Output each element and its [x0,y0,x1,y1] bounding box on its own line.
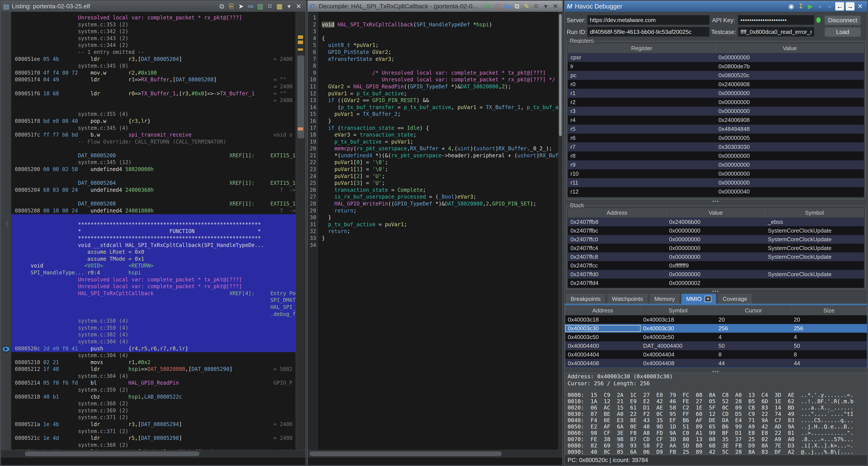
decompile-line[interactable]: GVar2 = HAL_GPIO_ReadPin((GPIO_TypeDef *… [318,84,558,90]
listing-line[interactable]: = 2400 [11,84,296,90]
step-icon[interactable]: ↧ [796,2,806,11]
listing-line[interactable]: Unresolved local var: complete_packet * … [11,276,296,284]
copy-icon[interactable]: ⧉ [512,2,522,11]
listing-line[interactable] [11,104,296,111]
decompile-line[interactable]: *(undefined4 *)(&(rx_pkt_userspace->head… [318,152,558,159]
table-row[interactable]: 0x2407ffc00x00000000SystemCoreClockUpdat… [568,235,864,244]
listing-line[interactable]: system.c:368 (2) [11,442,296,449]
listing-line[interactable]: 08005208 00 18 00 24 undefined4 24001800… [11,207,296,214]
table-row[interactable]: 0x40003c180x40003c182020 [565,315,867,324]
listing-titlebar[interactable]: ▤ Listing: portenta-02-03-25.elf ⧉⎘➤≔▥⌑▦… [1,1,306,12]
listing-line[interactable]: system.c:353 (2) [11,21,296,28]
decompile-line[interactable]: puVar1[1] = '\0'; [318,166,558,173]
listing-line[interactable]: Unresolved local var: complete_packet * … [11,14,296,21]
table-row[interactable]: r80x00000000 [568,152,864,160]
listing-line[interactable] [11,145,296,152]
decompile-titlebar[interactable]: Cf Decompile: HAL_SPI_TxRxCpltCallback -… [308,1,562,12]
tab-breakpoints[interactable]: Breakpoints [565,293,606,304]
decompile-line[interactable]: puVar1 = TX_Buffer_2; [318,111,558,118]
table-row[interactable]: 0x2407ffbc0x00000000SystemCoreClockUpdat… [568,226,864,235]
column-header-address[interactable]: Address [568,208,666,218]
scrollbar-thumb[interactable] [310,452,502,456]
decompile-line[interactable]: p_tx_buf_active = puVar1; [318,221,558,228]
decompile-line[interactable]: } [318,118,558,125]
dropdown-icon[interactable]: ▾ [284,2,294,11]
table-row[interactable]: r70x30303030 [568,142,864,152]
listing-line[interactable]: * FUNCTION * [11,228,296,235]
listing-line[interactable]: 080051ee 05 4b ldr r3,[DAT_08005204] = 2… [11,56,296,63]
decompile-line[interactable]: puVar1[3] = 'U'; [318,180,558,187]
listing-line[interactable]: -- Flow Override: CALL_RETURN (CALL_TERM… [11,138,296,145]
run-icon[interactable]: ▶ [806,2,815,11]
fast-forward-icon[interactable]: » [825,2,834,11]
table-row[interactable]: r40x24006908 [568,115,864,125]
close-icon[interactable]: ✕ [855,2,865,11]
step-back-icon[interactable]: ← [835,2,844,10]
scrollbar-thumb[interactable] [297,56,304,138]
listing-line[interactable]: system.c:345 (8) [11,63,296,70]
table-row[interactable]: r20x00000000 [568,98,864,107]
listing-line[interactable]: system.c:368 (2) [11,400,296,407]
decompile-line[interactable]: if (transaction_state == Idle) { [318,125,558,132]
listing-line[interactable]: system.c:304 (4) [11,373,296,380]
table-row[interactable]: 0x40003c500x40003c5044 [565,333,867,341]
column-header-register[interactable]: Register [568,43,716,53]
listing-line[interactable]: assume TMode = 0x1 [11,256,296,263]
decompile-line[interactable]: transaction_state = Complete; [318,187,558,194]
decompile-horizontal-scrollbar[interactable] [308,450,562,458]
listing-line[interactable]: 080051f0 4f f4 80 72 mov.w r2,#0x100 [11,70,296,76]
step-forward-icon[interactable]: → [846,2,855,10]
table-row[interactable]: r30x00000000 [568,107,864,115]
memory-map-icon[interactable]: ▦ [275,2,284,11]
listing-line[interactable]: DAT_08005200 XREF[1]: EXTI15_10_ [11,152,296,159]
listing-line[interactable]: DAT_08005208 XREF[1]: EXTI15_10_ [11,200,296,207]
graph-icon[interactable]: ◫ [493,2,502,11]
listing-line[interactable]: assume LRset = 0x0 [11,249,296,256]
api-key-input[interactable] [738,15,814,25]
table-row[interactable]: r50x48494848 [568,125,864,134]
decompile-line[interactable]: void HAL_SPI_TxRxCpltCallback(SPI_Handle… [318,21,558,28]
table-row[interactable]: 0x40004400DAT_400044005050 [565,341,867,350]
listing-line[interactable]: 08005200 00 00 02 58 undefined4 58020000… [11,166,296,173]
refresh-icon[interactable]: ⟳ [483,2,493,11]
table-row[interactable]: r110x00000000 [568,178,864,187]
close-icon[interactable]: ✕ [294,2,304,11]
table-row[interactable]: 0x40003c300x40003c30256256 [565,324,867,333]
tab-mmio[interactable]: MMIO✕ [681,293,716,304]
column-header-size[interactable]: Size [791,306,867,315]
splitter-handle[interactable]: ••• [564,199,867,204]
listing-line[interactable]: 08005218 40 b1 cbz hspi,LAB_0800522c [11,394,296,401]
listing-line[interactable]: system.c:304 (4) [11,338,296,345]
listing-line[interactable]: system.c:359 (4) [11,325,296,332]
table-row[interactable]: r10x00000000 [568,89,864,98]
listing-line[interactable]: SPI_HandleType... r0:4 hspi [11,269,296,276]
listing-line[interactable]: HAL_SPI_I [11,304,296,311]
table-row[interactable]: 0x400044080x400044084444 [565,359,867,368]
table-row[interactable]: pc0x0800520c [568,71,864,80]
decompile-line[interactable]: eVar3 = transaction_state; [318,132,558,138]
decompile-line[interactable] [318,28,558,35]
decompile-code[interactable]: void HAL_SPI_TxRxCpltCallback(SPI_Handle… [318,12,558,458]
table-row[interactable]: lr0x0800de7b [568,62,864,71]
load-button[interactable]: Load [824,27,861,37]
diff-view-icon[interactable]: ▥ [255,2,265,11]
column-header-cursor[interactable]: Cursor [716,306,791,315]
column-header-symbol[interactable]: Symbol [641,306,716,315]
listing-code[interactable]: Unresolved local var: complete_packet * … [11,12,296,458]
listing-line[interactable]: 080051f6 18 68 ldr r0=>TX_Buffer_1,[r3,#… [11,90,296,97]
listing-line[interactable]: system.c:358 (4) [11,318,296,325]
listing-line[interactable]: void __stdcall HAL_SPI_TxRxCpltCallback(… [11,242,296,249]
decompile-line[interactable]: (p_tx_buf_transfer = p_tx_buf_active, pu… [318,104,558,111]
table-row[interactable]: 0x2407ffd00x00000000SystemCoreClockUpdat… [568,270,864,278]
table-row[interactable]: 0x2407ffd40x00000002 [568,278,864,287]
tab-watchpoints[interactable]: Watchpoints [607,293,648,304]
listing-line[interactable]: system.c:371 (2) [11,428,296,435]
listing-line[interactable]: void <VOID> <RETURN> [11,262,296,269]
decompile-line[interactable]: puVar1[2] = 'U'; [318,173,558,180]
table-row[interactable]: 0x2407ffc80x00000000SystemCoreClockUpdat… [568,253,864,261]
listing-line[interactable]: 0800521c 1e 4d ldr r5,[DAT_08005298] = 2… [11,435,296,442]
table-row[interactable]: 0x2407ffb80x24006b00_ebss [568,218,864,226]
listing-line[interactable]: HAL_SPI_TxRxCpltCallback XREF[4]: Entry … [11,290,296,297]
edit-icon[interactable]: ✎ [522,2,531,11]
listing-line[interactable]: system.c:304 (4) [11,352,296,359]
